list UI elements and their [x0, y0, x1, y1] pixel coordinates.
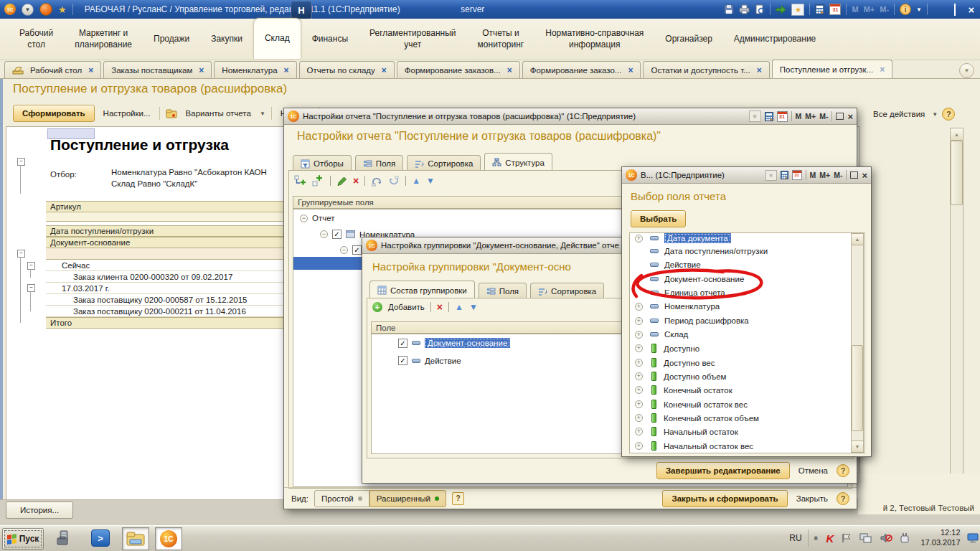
menu-tab-marketing[interactable]: Маркетинг и планирование [64, 19, 143, 60]
expand-icon[interactable]: + [635, 317, 643, 325]
menu-tab-sales[interactable]: Продажи [143, 19, 200, 60]
expand-icon[interactable]: + [635, 442, 643, 450]
menu-tab-reports-monitoring[interactable]: Отчеты и мониторинг [467, 19, 535, 60]
checkbox-checked[interactable]: ✓ [398, 339, 407, 348]
move-down-icon[interactable]: ▼ [469, 302, 478, 312]
restore-button[interactable] [949, 4, 961, 15]
tab-fields[interactable]: Поля [355, 155, 403, 171]
expand-icon[interactable]: + [635, 359, 643, 367]
add-element-icon[interactable] [312, 175, 324, 187]
memory-m-button[interactable]: M [810, 171, 816, 179]
move-into-group-icon[interactable] [371, 176, 382, 187]
generate-button[interactable]: Сформировать [13, 105, 95, 122]
group-collapse-icon[interactable]: − [27, 262, 35, 270]
field-item[interactable]: +Период расшифровка [635, 316, 749, 325]
checkbox-checked[interactable]: ✓ [352, 245, 362, 255]
close-button[interactable]: × [862, 170, 867, 181]
move-up-icon[interactable]: ▲ [412, 176, 420, 186]
field-item[interactable]: Дата поступления/отгрузки [650, 247, 768, 255]
field-item[interactable]: +Начальный остаток [635, 427, 738, 436]
start-button[interactable]: Пуск [2, 528, 44, 550]
doc-tab-warehouse-reports[interactable]: Отчеты по складу× [299, 61, 395, 78]
doc-tab-order-generation-2[interactable]: Формирование заказо...× [522, 61, 641, 78]
favorites-badge-icon[interactable]: ★ [791, 4, 804, 16]
history-button[interactable]: История... [6, 501, 73, 519]
tab-fields[interactable]: Поля [479, 283, 527, 299]
field-item[interactable]: +Начальный остаток вес [635, 441, 753, 451]
field-item[interactable]: Действие [650, 260, 701, 269]
tab-filters[interactable]: Отборы [293, 155, 352, 171]
memory-m-minus-button[interactable]: M- [819, 112, 828, 121]
menu-tab-administration[interactable]: Администрирование [723, 19, 826, 60]
tab-sorting[interactable]: Сортировка [407, 155, 481, 171]
menu-tab-finance[interactable]: Финансы [301, 19, 359, 60]
help-icon[interactable]: ? [942, 108, 955, 121]
tab-close-icon[interactable]: × [757, 65, 762, 75]
finish-editing-button[interactable]: Завершить редактирование [656, 462, 790, 479]
view-extended-toggle[interactable]: Расширенный [369, 490, 446, 507]
tab-sorting[interactable]: Сортировка [530, 283, 604, 299]
memory-m-minus-button[interactable]: M- [880, 5, 889, 14]
save-icon[interactable] [724, 4, 734, 14]
memory-m-plus-button[interactable]: M+ [864, 5, 875, 14]
field-item[interactable]: Единица отчета [650, 288, 725, 297]
restore-button[interactable] [836, 113, 844, 120]
scrollbar-thumb[interactable] [951, 141, 963, 205]
edit-pencil-icon[interactable] [336, 176, 347, 187]
calendar-icon[interactable]: 31 [792, 170, 802, 180]
memory-m-minus-button[interactable]: M- [834, 171, 842, 179]
field-item[interactable]: +Конечный остаток [635, 385, 732, 395]
tray-expand-icon[interactable]: « [811, 527, 822, 549]
collapse-icon[interactable]: − [340, 246, 348, 254]
taskbar-folder-icon[interactable] [122, 527, 149, 550]
menu-tab-regulated-accounting[interactable]: Регламентированный учет [359, 19, 467, 60]
delete-icon[interactable]: × [437, 302, 443, 312]
field-item[interactable]: +Доступно [635, 344, 699, 353]
close-button[interactable]: × [966, 4, 977, 16]
doc-tab-desktop[interactable]: Рабочий стол × [4, 61, 101, 78]
calculator-icon[interactable] [765, 112, 773, 121]
tab-close-icon[interactable]: × [284, 65, 289, 75]
expand-icon[interactable]: + [635, 303, 643, 311]
cancel-button[interactable]: Отмена [796, 466, 831, 475]
favorites-badge-icon[interactable]: ★ [765, 170, 777, 181]
close-dialog-button[interactable]: Закрыть [793, 494, 831, 503]
field-item[interactable]: +Склад [635, 330, 688, 339]
expand-icon[interactable]: + [635, 428, 643, 435]
calculator-icon[interactable] [815, 4, 824, 14]
doc-tab-nomenclature[interactable]: Номенклатура× [214, 61, 296, 78]
doc-tab-order-generation-1[interactable]: Формирование заказов...× [397, 61, 520, 78]
move-down-icon[interactable]: ▼ [426, 176, 435, 186]
tree-row-hidden[interactable]: − ✓ [340, 245, 362, 255]
tab-list-dropdown-icon[interactable]: ▼ [959, 63, 974, 78]
menu-tab-reference-info[interactable]: Нормативно-справочная информация [534, 19, 654, 60]
all-actions-dropdown-icon[interactable]: ▼ [932, 111, 938, 118]
tab-structure[interactable]: Структура [484, 153, 552, 171]
menu-tab-purchases[interactable]: Закупки [200, 19, 253, 60]
language-indicator[interactable]: RU [785, 527, 806, 549]
print-icon[interactable] [739, 4, 750, 14]
delete-icon[interactable]: × [353, 176, 359, 186]
tree-row-report[interactable]: − Отчет [300, 214, 335, 222]
scrollbar-thumb[interactable] [852, 345, 863, 431]
expand-icon[interactable]: + [635, 372, 643, 380]
field-item[interactable]: +Конечный остаток объем [635, 413, 759, 423]
field-item[interactable]: +Доступно вес [635, 358, 715, 367]
add-icon[interactable]: + [372, 302, 382, 312]
taskbar-toolbox-icon[interactable] [52, 527, 77, 549]
expand-icon[interactable]: + [635, 400, 643, 408]
selected-tree-row-fragment[interactable] [293, 257, 362, 270]
field-item[interactable]: +Дата документа [635, 233, 731, 243]
clock[interactable]: 12:1217.03.2017 [915, 527, 966, 549]
expand-icon[interactable]: + [635, 386, 643, 394]
restore-button[interactable] [850, 171, 858, 179]
menu-tab-warehouse[interactable]: Склад [253, 18, 301, 59]
checkbox-checked[interactable]: ✓ [332, 230, 341, 239]
info-icon[interactable]: i [900, 4, 911, 15]
all-actions-button[interactable]: Все действия [870, 110, 928, 118]
group-collapse-icon[interactable]: − [27, 284, 35, 292]
group-collapse-icon[interactable]: − [17, 250, 25, 258]
collapse-icon[interactable]: − [300, 215, 308, 222]
move-out-of-group-icon[interactable] [388, 176, 400, 187]
calendar-icon[interactable]: 31 [829, 4, 841, 15]
